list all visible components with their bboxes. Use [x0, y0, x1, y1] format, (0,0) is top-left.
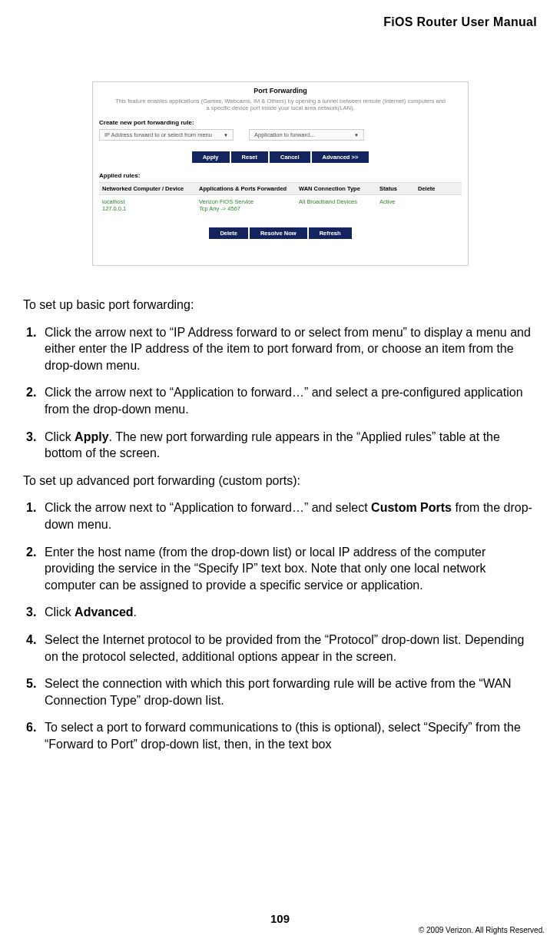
ss-desc: This feature enables applications (Games…	[99, 98, 462, 111]
advanced-steps: 1. Click the arrow next to “Application …	[23, 499, 537, 752]
ss-row-ip: 127.0.0.1	[102, 205, 199, 212]
chevron-down-icon: ▼	[224, 133, 228, 138]
chevron-down-icon: ▼	[354, 133, 359, 138]
step-text: To select a port to forward communicatio…	[45, 719, 537, 752]
ss-resolve-btn: Resolve Now	[250, 227, 307, 239]
step-number: 3.	[23, 429, 45, 462]
ss-th-device: Networked Computer / Device	[99, 185, 199, 192]
ss-advanced-btn: Advanced >>	[312, 151, 369, 163]
step-text: Click the arrow next to “Application to …	[45, 384, 537, 417]
intro-advanced: To set up advanced port forwarding (cust…	[23, 473, 537, 489]
ss-th-apps: Applications & Ports Forwarded	[199, 185, 299, 192]
ss-row-status: Active	[379, 198, 418, 212]
ss-applied-label: Applied rules:	[99, 172, 462, 179]
step-number: 2.	[23, 544, 45, 594]
ss-ip-dropdown: IP Address forward to or select from men…	[99, 129, 234, 141]
ss-dd2-text: Application to forward…	[254, 131, 316, 138]
ss-row-app1: Verizon FiOS Service	[199, 198, 299, 205]
copyright: © 2009 Verizon. All Rights Reserved.	[419, 926, 545, 934]
ss-cancel-btn: Cancel	[270, 151, 310, 163]
ss-row-host: localhost	[102, 198, 199, 205]
step-text: Select the connection with which this po…	[45, 675, 537, 708]
step-number: 1.	[23, 324, 45, 374]
step-text: Click the arrow next to “IP Address forw…	[45, 324, 537, 374]
step-number: 3.	[23, 604, 45, 621]
step-number: 6.	[23, 719, 45, 752]
basic-step-2: 2. Click the arrow next to “Application …	[23, 384, 537, 417]
manual-title: FiOS Router User Manual	[383, 15, 537, 29]
ss-table-row: localhost 127.0.0.1 Verizon FiOS Service…	[99, 195, 462, 221]
ss-apply-btn: Apply	[192, 151, 230, 163]
adv-step-5: 5. Select the connection with which this…	[23, 675, 537, 708]
adv-step-4: 4. Select the Internet protocol to be pr…	[23, 632, 537, 665]
ss-th-wan: WAN Connection Type	[299, 185, 379, 192]
page-number: 109	[0, 912, 560, 925]
basic-steps: 1. Click the arrow next to “IP Address f…	[23, 324, 537, 462]
adv-step-1: 1. Click the arrow next to “Application …	[23, 499, 537, 532]
ss-title: Port Forwarding	[99, 87, 462, 95]
ss-delete-btn: Delete	[209, 227, 248, 239]
step-text: Click the arrow next to “Application to …	[45, 499, 537, 532]
basic-step-3: 3. Click Apply. The new port forwarding …	[23, 429, 537, 462]
adv-step-3: 3. Click Advanced.	[23, 604, 537, 621]
router-screenshot: Port Forwarding This feature enables app…	[92, 81, 469, 266]
ss-refresh-btn: Refresh	[309, 227, 352, 239]
step-text: Click Apply. The new port forwarding rul…	[45, 429, 537, 462]
ss-row-app2: Tcp Any -> 4567	[199, 205, 299, 212]
intro-basic: To set up basic port forwarding:	[23, 297, 537, 313]
basic-step-1: 1. Click the arrow next to “IP Address f…	[23, 324, 537, 374]
step-number: 2.	[23, 384, 45, 417]
ss-reset-btn: Reset	[231, 151, 268, 163]
adv-step-2: 2. Enter the host name (from the drop-do…	[23, 544, 537, 594]
ss-row-wan: All Broadband Devices	[299, 198, 379, 212]
ss-dd1-text: IP Address forward to or select from men…	[104, 131, 212, 138]
step-number: 1.	[23, 499, 45, 532]
adv-step-6: 6. To select a port to forward communica…	[23, 719, 537, 752]
ss-th-status: Status	[379, 185, 418, 192]
ss-app-dropdown: Application to forward… ▼	[249, 129, 364, 141]
step-text: Enter the host name (from the drop-down …	[45, 544, 537, 594]
ss-th-delete: Delete	[418, 185, 452, 192]
ss-create-label: Create new port forwarding rule:	[99, 119, 462, 126]
ss-table-header: Networked Computer / Device Applications…	[99, 182, 462, 195]
step-text: Click Advanced.	[45, 604, 537, 621]
step-number: 5.	[23, 675, 45, 708]
content-body: To set up basic port forwarding: 1. Clic…	[23, 297, 537, 763]
step-text: Select the Internet protocol to be provi…	[45, 632, 537, 665]
step-number: 4.	[23, 632, 45, 665]
